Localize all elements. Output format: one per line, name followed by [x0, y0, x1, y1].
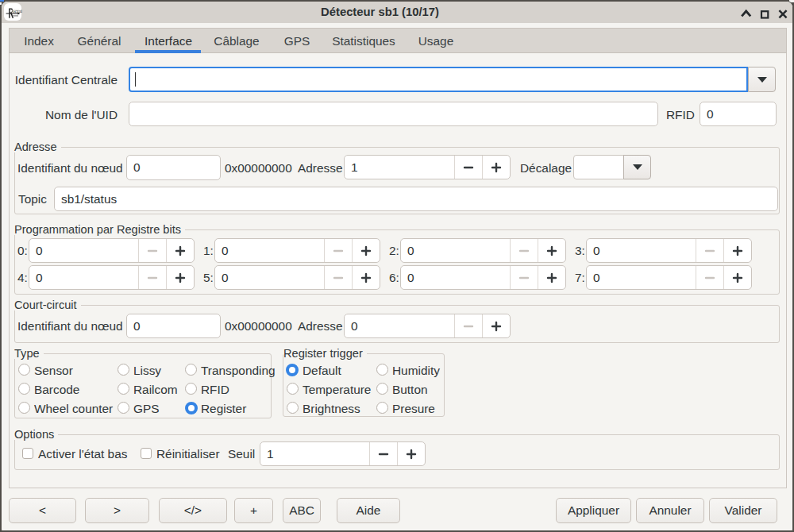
svg-text:ocrail: ocrail — [12, 8, 22, 13]
